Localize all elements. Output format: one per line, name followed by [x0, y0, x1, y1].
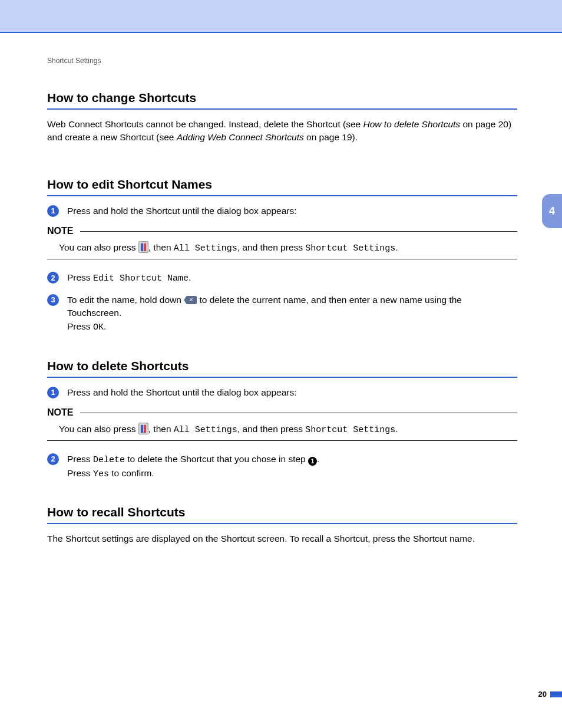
mono-edit-shortcut-name: Edit Shortcut Name	[93, 274, 189, 284]
step-bullet-2: 2	[47, 272, 59, 284]
text: to delete the Shortcut that you chose in…	[125, 454, 308, 464]
text: Press	[67, 468, 93, 478]
step-text: Press and hold the Shortcut until the di…	[67, 386, 517, 399]
heading-rule	[47, 523, 517, 524]
heading-change-shortcuts: How to change Shortcuts	[47, 91, 517, 105]
heading-rule	[47, 195, 517, 196]
mono-delete: Delete	[93, 455, 125, 465]
note-header: NOTE	[47, 407, 517, 418]
note-rule	[80, 231, 517, 232]
step-row: 3 To edit the name, hold down to delete …	[47, 294, 517, 334]
text: , and then press	[237, 242, 305, 252]
note-header: NOTE	[47, 226, 517, 236]
text: .	[395, 242, 398, 252]
text: , then	[148, 424, 174, 434]
note-body: You can also press , then All Settings, …	[47, 423, 517, 437]
mono-shortcut-settings: Shortcut Settings	[305, 425, 395, 435]
step-text: Press Edit Shortcut Name.	[67, 271, 517, 285]
text: , then	[148, 242, 174, 252]
link-ref-adding: Adding Web Connect Shortcuts	[177, 132, 304, 142]
page-content: Shortcut Settings How to change Shortcut…	[0, 33, 562, 586]
step-text: Press Delete to delete the Shortcut that…	[67, 453, 517, 481]
link-ref-delete: How to delete Shortcuts	[363, 119, 461, 129]
mono-shortcut-settings: Shortcut Settings	[305, 243, 395, 253]
mono-ok: OK	[93, 322, 104, 332]
heading-edit-names: How to edit Shortcut Names	[47, 177, 517, 192]
text: .	[104, 321, 106, 331]
text: to confirm.	[109, 468, 154, 478]
step-row: 2 Press Delete to delete the Shortcut th…	[47, 453, 517, 481]
top-banner	[0, 0, 562, 33]
note-label: NOTE	[47, 226, 73, 236]
heading-rule	[47, 377, 517, 378]
step-row: 2 Press Edit Shortcut Name.	[47, 271, 517, 285]
backspace-icon	[184, 296, 197, 304]
step-row: 1 Press and hold the Shortcut until the …	[47, 205, 517, 218]
step-bullet-1: 1	[47, 205, 59, 217]
text: .	[317, 454, 319, 464]
step-bullet-1: 1	[47, 387, 59, 398]
text: Press	[67, 272, 93, 282]
heading-recall-shortcuts: How to recall Shortcuts	[47, 505, 517, 519]
text: .	[395, 424, 398, 434]
step-row: 1 Press and hold the Shortcut until the …	[47, 386, 517, 399]
text: To edit the name, hold down	[67, 295, 184, 305]
heading-rule	[47, 108, 517, 110]
breadcrumb: Shortcut Settings	[47, 57, 517, 65]
settings-tool-icon	[138, 423, 148, 434]
mono-all-settings: All Settings	[174, 243, 237, 253]
heading-delete-shortcuts: How to delete Shortcuts	[47, 359, 517, 373]
text: You can also press	[59, 424, 138, 434]
note-rule	[80, 413, 517, 413]
step-ref-badge: 1	[308, 457, 317, 466]
settings-tool-icon	[138, 241, 148, 253]
text: Web Connect Shortcuts cannot be changed.…	[47, 119, 363, 129]
step-text: To edit the name, hold down to delete th…	[67, 294, 517, 334]
note-end-rule	[47, 259, 517, 259]
mono-yes: Yes	[93, 469, 109, 479]
paragraph-recall: The Shortcut settings are displayed on t…	[47, 532, 517, 545]
step-text: Press and hold the Shortcut until the di…	[67, 205, 517, 218]
note-end-rule	[47, 440, 517, 441]
step-bullet-2: 2	[47, 453, 59, 465]
text: You can also press	[59, 242, 138, 252]
note-body: You can also press , then All Settings, …	[47, 241, 517, 255]
text: on page 19).	[304, 132, 358, 142]
paragraph-change: Web Connect Shortcuts cannot be changed.…	[47, 118, 517, 144]
text: .	[189, 272, 191, 282]
text: Press	[67, 454, 93, 464]
text: Press	[67, 321, 93, 331]
mono-all-settings: All Settings	[174, 425, 237, 435]
text: , and then press	[237, 424, 305, 434]
step-bullet-3: 3	[47, 294, 59, 306]
note-label: NOTE	[47, 407, 73, 418]
